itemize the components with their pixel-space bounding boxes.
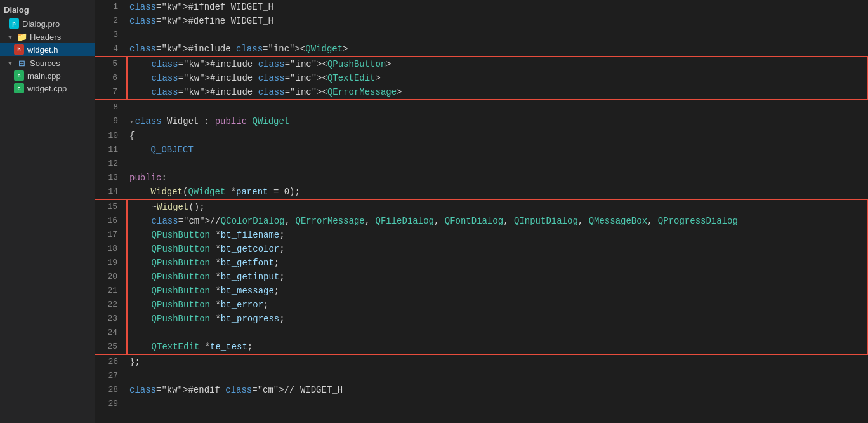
table-row: 9▾class Widget : public QWidget [95, 114, 867, 129]
line-content: QPushButton *bt_getfont; [127, 256, 867, 270]
line-number: 22 [95, 298, 127, 312]
line-content: class="kw">#ifndef WIDGET_H [127, 0, 867, 14]
line-content: class="kw">#include class="inc"><QPushBu… [127, 57, 867, 71]
sidebar-label-headers: Headers [30, 32, 61, 42]
table-row: 22 QPushButton *bt_error; [95, 298, 867, 312]
line-number: 26 [95, 354, 127, 369]
line-number: 5 [95, 57, 127, 71]
line-content [127, 326, 867, 340]
line-number: 3 [95, 28, 127, 42]
sidebar: Dialog p Dialog.pro ▼ 📁 Headers h widget… [0, 0, 95, 423]
line-number: 4 [95, 42, 127, 57]
line-content: public: [127, 171, 867, 185]
line-content: ▾class Widget : public QWidget [127, 114, 867, 129]
table-row: 26}; [95, 354, 867, 369]
line-content [127, 369, 867, 383]
line-number: 24 [95, 326, 127, 340]
h-file-icon: h [14, 44, 24, 55]
sidebar-item-headers[interactable]: ▼ 📁 Headers [0, 30, 95, 43]
line-content: class="kw">#include class="inc"><QErrorM… [127, 85, 867, 100]
sidebar-item-sources[interactable]: ▼ ⊞ Sources [0, 56, 95, 69]
table-row: 16 class="cm">//QColorDialog, QErrorMess… [95, 214, 867, 228]
line-number: 6 [95, 71, 127, 85]
line-content: QPushButton *bt_message; [127, 284, 867, 298]
line-content: Q_OBJECT [127, 143, 867, 157]
sidebar-label-widget-cpp: widget.cpp [27, 84, 67, 93]
table-row: 25 QTextEdit *te_test; [95, 340, 867, 354]
line-number: 14 [95, 185, 127, 199]
table-row: 24 [95, 326, 867, 340]
line-number: 21 [95, 284, 127, 298]
code-table: 1class="kw">#ifndef WIDGET_H2class="kw">… [95, 0, 868, 411]
line-content: class="kw">#include class="inc"><QWidget… [127, 42, 867, 57]
code-editor[interactable]: 1class="kw">#ifndef WIDGET_H2class="kw">… [95, 0, 868, 423]
line-content: QPushButton *bt_error; [127, 298, 867, 312]
table-row: 3 [95, 28, 867, 42]
table-row: 1class="kw">#ifndef WIDGET_H [95, 0, 867, 14]
line-content: QPushButton *bt_getcolor; [127, 242, 867, 256]
sidebar-item-widget-h[interactable]: h widget.h [0, 43, 95, 56]
table-row: 21 QPushButton *bt_message; [95, 284, 867, 298]
line-content [127, 100, 867, 114]
line-number: 11 [95, 143, 127, 157]
table-row: 8 [95, 100, 867, 114]
line-content: class="kw">#define WIDGET_H [127, 14, 867, 28]
table-row: 6 class="kw">#include class="inc"><QText… [95, 71, 867, 85]
line-number: 7 [95, 85, 127, 100]
sidebar-label-widget-h: widget.h [27, 45, 58, 55]
pro-file-icon: p [9, 18, 19, 29]
line-number: 28 [95, 383, 127, 397]
sidebar-item-widget-cpp[interactable]: c widget.cpp [0, 82, 95, 95]
fold-arrow[interactable]: ▾ [129, 118, 134, 126]
table-row: 11 Q_OBJECT [95, 143, 867, 157]
cpp-file-icon-main: c [14, 70, 24, 81]
line-number: 13 [95, 171, 127, 185]
table-row: 19 QPushButton *bt_getfont; [95, 256, 867, 270]
line-number: 27 [95, 369, 127, 383]
sidebar-item-main-cpp[interactable]: c main.cpp [0, 69, 95, 82]
line-number: 19 [95, 256, 127, 270]
line-number: 25 [95, 340, 127, 354]
table-row: 14 Widget(QWidget *parent = 0); [95, 185, 867, 199]
table-row: 15 ~Widget(); [95, 199, 867, 214]
headers-folder-icon: 📁 [16, 32, 27, 42]
sidebar-label-main-cpp: main.cpp [27, 71, 61, 81]
line-number: 10 [95, 129, 127, 143]
line-content: Widget(QWidget *parent = 0); [127, 185, 867, 199]
line-number: 8 [95, 100, 127, 114]
table-row: 10{ [95, 129, 867, 143]
table-row: 18 QPushButton *bt_getcolor; [95, 242, 867, 256]
sources-folder-icon: ⊞ [16, 58, 27, 68]
table-row: 4class="kw">#include class="inc"><QWidge… [95, 42, 867, 57]
line-number: 29 [95, 397, 127, 411]
table-row: 27 [95, 369, 867, 383]
line-number: 9 [95, 114, 127, 129]
table-row: 5 class="kw">#include class="inc"><QPush… [95, 57, 867, 71]
line-content: { [127, 129, 867, 143]
line-content [127, 397, 867, 411]
line-number: 15 [95, 199, 127, 214]
table-row: 2class="kw">#define WIDGET_H [95, 14, 867, 28]
line-content [127, 157, 867, 171]
chevron-down-icon: ▼ [5, 32, 15, 42]
table-row: 20 QPushButton *bt_getinput; [95, 270, 867, 284]
table-row: 17 QPushButton *bt_filename; [95, 228, 867, 242]
table-row: 13public: [95, 171, 867, 185]
sidebar-label-sources: Sources [30, 58, 60, 68]
line-number: 18 [95, 242, 127, 256]
line-content: QPushButton *bt_getinput; [127, 270, 867, 284]
line-number: 23 [95, 312, 127, 326]
sidebar-item-dialog-pro[interactable]: p Dialog.pro [0, 17, 95, 30]
line-content: class="kw">#include class="inc"><QTextEd… [127, 71, 867, 85]
cpp-file-icon-widget: c [14, 83, 24, 93]
line-number: 20 [95, 270, 127, 284]
line-content: }; [127, 354, 867, 369]
line-content [127, 28, 867, 42]
line-content: ~Widget(); [127, 199, 867, 214]
line-content: QTextEdit *te_test; [127, 340, 867, 354]
line-number: 1 [95, 0, 127, 14]
line-content: QPushButton *bt_progress; [127, 312, 867, 326]
line-number: 16 [95, 214, 127, 228]
line-content: QPushButton *bt_filename; [127, 228, 867, 242]
line-content: class="cm">//QColorDialog, QErrorMessage… [127, 214, 867, 228]
